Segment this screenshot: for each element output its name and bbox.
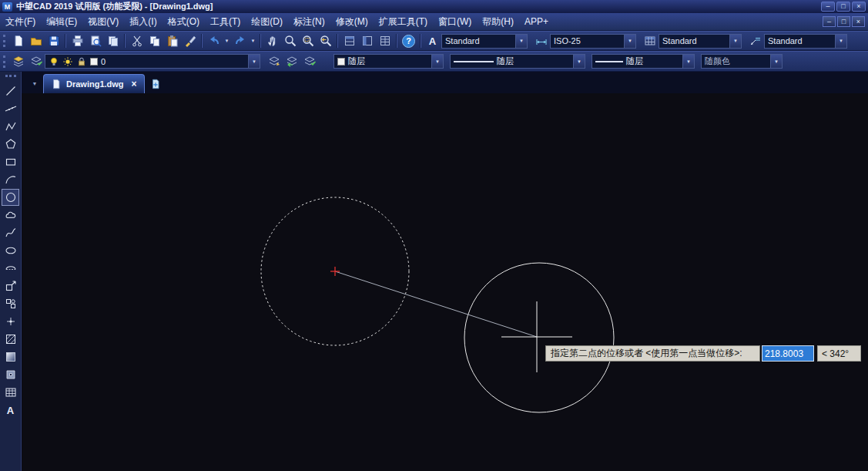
circle-icon — [5, 191, 17, 204]
undo-button[interactable] — [205, 33, 223, 49]
tool-region[interactable] — [2, 366, 19, 383]
tool-rectangle[interactable] — [2, 153, 19, 170]
zoom-realtime-button[interactable] — [281, 33, 299, 49]
tool-arc[interactable] — [2, 171, 19, 188]
tool-insert-block[interactable] — [2, 278, 19, 294]
tool-polygon[interactable] — [2, 136, 19, 153]
chevron-down-icon: ▼ — [628, 39, 632, 43]
tool-gradient[interactable] — [2, 348, 19, 365]
mleader-style-button[interactable] — [746, 33, 764, 49]
combo-arrow[interactable]: ▼ — [729, 35, 741, 48]
tool-mtext[interactable]: A — [2, 402, 19, 419]
properties-palette-button[interactable] — [340, 33, 358, 49]
cut-button[interactable] — [128, 33, 146, 49]
menu-format[interactable]: 格式(O) — [163, 13, 205, 30]
tool-ellipse[interactable] — [2, 242, 19, 259]
color-combo[interactable]: 随层 ▼ — [333, 54, 444, 69]
layer-properties-button[interactable] — [9, 53, 27, 69]
design-center-button[interactable] — [358, 33, 376, 49]
mdi-minimize-button[interactable]: – — [823, 16, 836, 27]
tool-revision-cloud[interactable] — [2, 207, 19, 224]
help-button[interactable]: ? — [400, 33, 417, 49]
menu-tools[interactable]: 工具(T) — [205, 13, 246, 30]
dynamic-distance-input[interactable] — [762, 345, 814, 362]
menu-insert[interactable]: 插入(I) — [124, 13, 162, 30]
combo-arrow[interactable]: ▼ — [835, 35, 846, 48]
tool-circle[interactable] — [2, 189, 19, 206]
new-drawing-button[interactable] — [148, 76, 163, 92]
menu-file[interactable]: 文件(F) — [0, 13, 41, 30]
separator — [420, 34, 421, 48]
save-button[interactable] — [45, 33, 62, 49]
pan-button[interactable] — [263, 33, 281, 49]
combo-arrow[interactable]: ▼ — [624, 35, 635, 48]
print-preview-button[interactable] — [86, 33, 104, 49]
minimize-button[interactable]: – — [821, 2, 835, 12]
menu-express-tools[interactable]: 扩展工具(T) — [374, 13, 433, 30]
maximize-button[interactable]: □ — [836, 2, 850, 12]
plot-button[interactable] — [69, 33, 86, 49]
zoom-window-button[interactable] — [299, 33, 317, 49]
tool-spline[interactable] — [2, 224, 19, 241]
dynamic-angle-field[interactable]: < 342° — [817, 345, 861, 362]
mdi-restore-button[interactable]: □ — [837, 16, 850, 27]
make-layer-current-button[interactable] — [265, 53, 283, 69]
tab-list-button[interactable]: ▼ — [29, 78, 40, 89]
drawing-canvas[interactable]: 指定第二点的位移或者 <使用第一点当做位移>: < 342° — [22, 93, 868, 471]
plot-style-combo[interactable]: 随颜色 ▼ — [701, 54, 783, 69]
publish-button[interactable] — [104, 33, 122, 49]
close-button[interactable]: × — [852, 2, 866, 12]
dim-style-combo[interactable]: ISO-25 ▼ — [550, 34, 636, 49]
text-style-combo[interactable]: Standard ▼ — [441, 34, 528, 49]
tab-close-icon[interactable]: × — [132, 79, 137, 89]
tool-palettes-button[interactable] — [376, 33, 394, 49]
combo-arrow[interactable]: ▼ — [682, 55, 694, 68]
tool-hatch[interactable] — [2, 331, 19, 348]
menu-window[interactable]: 窗口(W) — [433, 13, 477, 30]
layer-previous-button[interactable] — [283, 53, 300, 69]
redo-dropdown-button[interactable]: ▼ — [249, 33, 257, 49]
tool-ellipse-arc[interactable] — [2, 260, 19, 277]
toolbar-grip[interactable] — [3, 35, 7, 47]
toolbar-grip[interactable] — [3, 56, 7, 68]
combo-arrow[interactable]: ▼ — [573, 55, 585, 68]
layer-states-button[interactable] — [27, 53, 45, 69]
mleader-style-combo[interactable]: Standard ▼ — [764, 34, 847, 49]
menu-modify[interactable]: 修改(M) — [330, 13, 374, 30]
menu-help[interactable]: 帮助(H) — [477, 13, 519, 30]
dim-style-button[interactable] — [532, 33, 550, 49]
table-style-combo[interactable]: Standard ▼ — [659, 34, 742, 49]
combo-arrow[interactable]: ▼ — [515, 35, 527, 48]
tool-polyline[interactable] — [2, 118, 19, 135]
mdi-close-button[interactable]: × — [852, 16, 865, 27]
tool-line[interactable] — [2, 82, 19, 99]
layer-match-button[interactable] — [300, 53, 318, 69]
menu-draw[interactable]: 绘图(D) — [246, 13, 288, 30]
undo-dropdown-button[interactable]: ▼ — [223, 33, 231, 49]
new-button[interactable] — [9, 33, 27, 49]
tool-table[interactable] — [2, 384, 19, 401]
zoom-previous-button[interactable] — [317, 33, 334, 49]
tool-make-block[interactable] — [2, 295, 19, 312]
toolbar-grip[interactable] — [5, 75, 16, 79]
table-style-button[interactable] — [641, 33, 659, 49]
copy-button[interactable] — [146, 33, 163, 49]
combo-arrow[interactable]: ▼ — [770, 55, 782, 68]
menu-view[interactable]: 视图(V) — [82, 13, 124, 30]
open-button[interactable] — [27, 33, 45, 49]
menu-dimension[interactable]: 标注(N) — [288, 13, 330, 30]
layer-combo[interactable]: 0 ▼ — [45, 54, 260, 69]
lineweight-combo[interactable]: 随层 ▼ — [592, 54, 695, 69]
redo-button[interactable] — [231, 33, 249, 49]
linetype-combo[interactable]: 随层 ▼ — [450, 54, 585, 69]
combo-arrow[interactable]: ▼ — [431, 55, 443, 68]
document-tab[interactable]: Drawing1.dwg × — [43, 74, 145, 93]
menu-app-plus[interactable]: APP+ — [519, 13, 554, 30]
combo-arrow[interactable]: ▼ — [248, 55, 260, 68]
tool-point[interactable] — [2, 313, 19, 330]
tool-construction-line[interactable] — [2, 100, 19, 117]
match-properties-button[interactable] — [181, 33, 199, 49]
text-style-button[interactable]: A — [424, 33, 441, 49]
paste-button[interactable] — [163, 33, 181, 49]
menu-edit[interactable]: 编辑(E) — [41, 13, 82, 30]
